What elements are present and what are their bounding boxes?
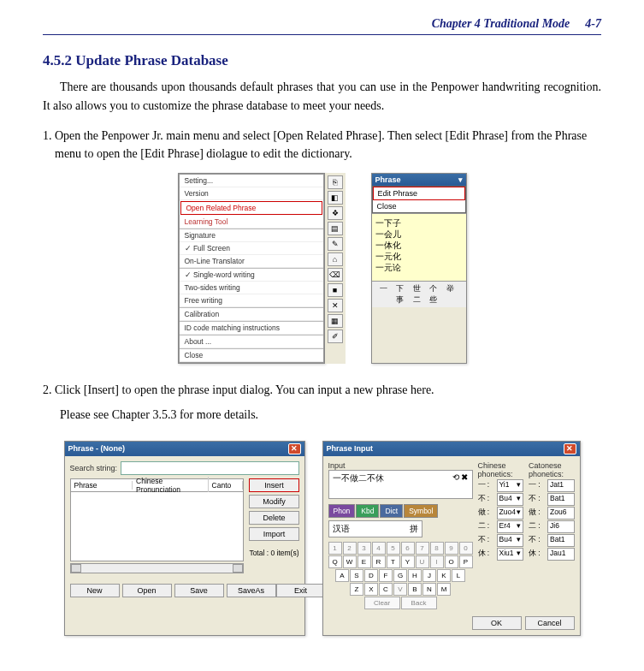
menu-item[interactable]: Signature [180,229,323,242]
tool-button[interactable]: ✕ [328,299,343,312]
key-P[interactable]: P [459,555,473,568]
ok-button[interactable]: OK [472,616,522,630]
key-9[interactable]: 9 [445,542,458,555]
key-5[interactable]: 5 [387,542,400,555]
tab-dict[interactable]: Dict [380,504,403,518]
key-F[interactable]: F [379,569,393,582]
key-8[interactable]: 8 [430,542,444,555]
figure-row-1: Setting... Version Open Related Phrase L… [43,173,601,364]
key-V[interactable]: V [393,583,407,596]
menu-item[interactable]: Learning Tool [180,216,323,229]
key-J[interactable]: J [422,569,436,582]
search-input[interactable] [121,461,298,475]
total-label: Total : 0 item(s) [249,549,298,557]
exit-button[interactable]: Exit [276,584,326,597]
phon-select[interactable]: Xiu1 ▾ [497,548,524,561]
close-icon[interactable]: ✕ [564,443,576,454]
tool-button[interactable]: ■ [328,283,343,297]
menu-item[interactable]: Calibration [180,308,323,321]
tab-symbol[interactable]: Symbol [404,504,438,518]
key-D[interactable]: D [364,569,378,582]
phrase-menu-edit[interactable]: Edit Phrase [373,187,465,200]
phon-select[interactable]: Bu4 ▾ [497,534,524,547]
key-3[interactable]: 3 [357,542,371,555]
key-L[interactable]: L [452,569,465,582]
phon-select[interactable]: Zuo4 ▾ [497,507,524,520]
close-icon[interactable]: ✕ [288,443,301,454]
key-clear[interactable]: Clear [364,597,400,609]
tool-button[interactable]: ◧ [328,191,343,205]
menu-item[interactable]: Free writing [180,294,323,307]
key-Z[interactable]: Z [350,583,363,596]
search-label: Search string: [70,464,118,472]
phrase-input-field[interactable]: 一不做二不休 ⟲ ✖ [328,470,473,499]
key-6[interactable]: 6 [401,542,415,555]
tool-button[interactable]: ▤ [328,222,343,235]
import-button[interactable]: Import [249,527,298,541]
tab-kbd[interactable]: Kbd [356,504,379,518]
key-7[interactable]: 7 [416,542,429,555]
key-R[interactable]: R [372,555,386,568]
modify-button[interactable]: Modify [249,495,298,508]
phon-select: Zou6 [547,507,575,520]
tool-button[interactable]: ⌫ [328,268,343,282]
key-Q[interactable]: Q [328,555,342,568]
key-E[interactable]: E [357,555,371,568]
input-icons[interactable]: ⟲ ✖ [452,472,469,496]
key-O[interactable]: O [445,555,458,568]
phrase-footer: 一 下 世 个 举 事 二 些 [372,281,466,307]
menu-item[interactable]: On-Line Translator [180,255,323,268]
menu-item[interactable]: Two-sides writing [180,282,323,294]
saveas-button[interactable]: SaveAs [227,584,276,597]
key-back[interactable]: Back [401,597,437,609]
phon-select[interactable]: Er4 ▾ [497,520,524,533]
key-C[interactable]: C [379,583,393,596]
phon-char: 休 : [478,549,495,559]
tab-phon[interactable]: Phon [328,504,356,518]
key-A[interactable]: A [335,569,349,582]
key-2[interactable]: 2 [343,542,357,555]
h-scrollbar[interactable] [70,563,245,573]
menu-item[interactable]: Single-word writing [180,269,323,282]
menu-item[interactable]: ID code matching instructions [180,322,323,335]
key-I[interactable]: I [430,555,444,568]
menu-item[interactable]: Full Screen [180,242,323,255]
key-1[interactable]: 1 [328,542,342,555]
key-H[interactable]: H [408,569,422,582]
save-button[interactable]: Save [174,584,224,597]
phon-char: 一 : [478,480,495,490]
tool-button[interactable]: ⌂ [328,252,343,266]
menu-item[interactable]: Setting... [180,175,323,187]
key-N[interactable]: N [422,583,436,596]
key-K[interactable]: K [437,569,451,582]
menu-item[interactable]: Version [180,187,323,200]
menu-item[interactable]: Close [180,349,323,362]
phrase-menu-close[interactable]: Close [373,200,465,212]
cancel-button[interactable]: Cancel [525,616,575,630]
delete-button[interactable]: Delete [249,511,298,525]
tool-button[interactable]: ▦ [328,314,343,328]
key-G[interactable]: G [393,569,407,582]
key-4[interactable]: 4 [372,542,386,555]
open-button[interactable]: Open [122,584,172,597]
insert-button[interactable]: Insert [249,478,298,492]
pinyin-select[interactable]: 汉语 拼 [328,520,422,537]
tool-button[interactable]: ✎ [328,237,343,251]
key-B[interactable]: B [408,583,422,596]
key-W[interactable]: W [343,555,357,568]
key-S[interactable]: S [350,569,363,582]
phon-select[interactable]: Bu4 ▾ [497,493,524,506]
tool-button[interactable]: ❖ [328,206,343,220]
new-button[interactable]: New [70,584,120,597]
key-M[interactable]: M [437,583,451,596]
tool-button[interactable]: ⎘ [328,175,343,189]
phon-select[interactable]: Yi1 ▾ [497,479,524,492]
key-0[interactable]: 0 [459,542,473,555]
tool-button[interactable]: ✐ [328,330,343,343]
key-T[interactable]: T [387,555,400,568]
key-X[interactable]: X [364,583,378,596]
menu-item-open-related-phrase[interactable]: Open Related Phrase [180,201,322,215]
key-U[interactable]: U [416,555,429,568]
key-Y[interactable]: Y [401,555,415,568]
menu-item[interactable]: About ... [180,336,323,348]
